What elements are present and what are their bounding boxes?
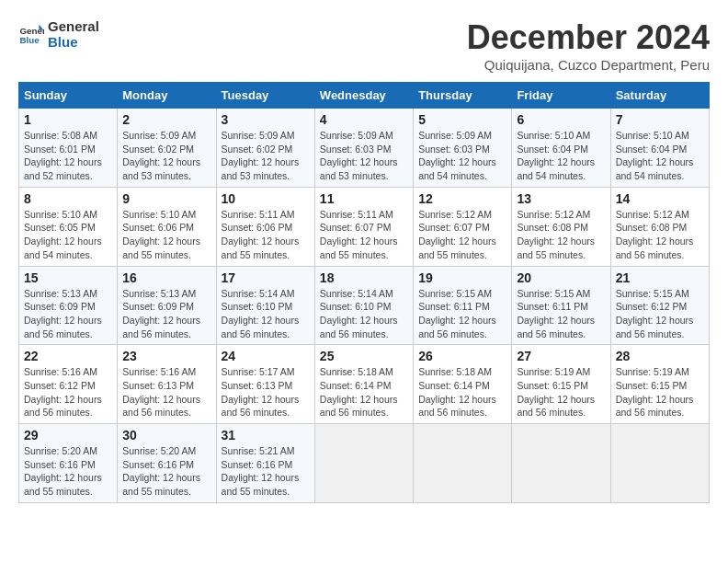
- day-info: Sunrise: 5:19 AM Sunset: 6:15 PM Dayligh…: [616, 365, 704, 419]
- day-info: Sunrise: 5:18 AM Sunset: 6:14 PM Dayligh…: [418, 365, 506, 419]
- day-number: 30: [122, 428, 210, 442]
- svg-text:Blue: Blue: [19, 35, 40, 45]
- day-number: 3: [222, 112, 310, 127]
- day-info: Sunrise: 5:10 AM Sunset: 6:06 PM Dayligh…: [122, 208, 210, 262]
- day-info: Sunrise: 5:19 AM Sunset: 6:15 PM Dayligh…: [517, 365, 605, 419]
- day-number: 9: [122, 191, 210, 206]
- calendar-week-1: 1Sunrise: 5:08 AM Sunset: 6:01 PM Daylig…: [19, 109, 710, 188]
- calendar-cell: 5Sunrise: 5:09 AM Sunset: 6:03 PM Daylig…: [414, 109, 512, 188]
- day-number: 17: [222, 270, 310, 285]
- calendar-cell: 11Sunrise: 5:11 AM Sunset: 6:07 PM Dayli…: [314, 187, 413, 266]
- day-info: Sunrise: 5:21 AM Sunset: 6:16 PM Dayligh…: [222, 444, 310, 499]
- calendar-cell: 21Sunrise: 5:15 AM Sunset: 6:12 PM Dayli…: [610, 266, 709, 345]
- day-number: 4: [320, 112, 408, 127]
- day-info: Sunrise: 5:14 AM Sunset: 6:10 PM Dayligh…: [320, 287, 408, 341]
- day-info: Sunrise: 5:15 AM Sunset: 6:12 PM Dayligh…: [616, 287, 704, 341]
- calendar-cell: 6Sunrise: 5:10 AM Sunset: 6:04 PM Daylig…: [512, 109, 610, 188]
- day-number: 10: [222, 191, 310, 206]
- day-number: 31: [222, 428, 310, 442]
- col-thursday: Thursday: [414, 83, 512, 109]
- calendar-cell: 15Sunrise: 5:13 AM Sunset: 6:09 PM Dayli…: [19, 266, 118, 345]
- calendar-week-3: 15Sunrise: 5:13 AM Sunset: 6:09 PM Dayli…: [19, 266, 710, 345]
- calendar-cell: 25Sunrise: 5:18 AM Sunset: 6:14 PM Dayli…: [314, 345, 413, 424]
- calendar-cell: 14Sunrise: 5:12 AM Sunset: 6:08 PM Dayli…: [610, 187, 709, 266]
- day-number: 19: [418, 270, 506, 285]
- calendar-cell: 26Sunrise: 5:18 AM Sunset: 6:14 PM Dayli…: [414, 345, 512, 424]
- day-info: Sunrise: 5:09 AM Sunset: 6:02 PM Dayligh…: [222, 129, 310, 183]
- day-info: Sunrise: 5:18 AM Sunset: 6:14 PM Dayligh…: [320, 365, 408, 419]
- col-saturday: Saturday: [610, 83, 709, 109]
- calendar-cell: [610, 424, 709, 503]
- calendar-cell: 30Sunrise: 5:20 AM Sunset: 6:16 PM Dayli…: [118, 424, 216, 503]
- col-tuesday: Tuesday: [216, 83, 314, 109]
- calendar-cell: [414, 424, 512, 503]
- day-number: 26: [418, 349, 506, 363]
- calendar-cell: 7Sunrise: 5:10 AM Sunset: 6:04 PM Daylig…: [610, 109, 709, 188]
- day-number: 25: [320, 349, 408, 363]
- calendar-cell: 4Sunrise: 5:09 AM Sunset: 6:03 PM Daylig…: [314, 109, 413, 188]
- day-info: Sunrise: 5:16 AM Sunset: 6:13 PM Dayligh…: [122, 365, 210, 419]
- calendar-title: December 2024: [467, 18, 710, 57]
- day-info: Sunrise: 5:13 AM Sunset: 6:09 PM Dayligh…: [122, 287, 210, 341]
- day-info: Sunrise: 5:09 AM Sunset: 6:03 PM Dayligh…: [320, 129, 408, 183]
- calendar-cell: 24Sunrise: 5:17 AM Sunset: 6:13 PM Dayli…: [216, 345, 314, 424]
- day-info: Sunrise: 5:12 AM Sunset: 6:08 PM Dayligh…: [616, 208, 704, 262]
- day-info: Sunrise: 5:15 AM Sunset: 6:11 PM Dayligh…: [418, 287, 506, 341]
- calendar-cell: 13Sunrise: 5:12 AM Sunset: 6:08 PM Dayli…: [512, 187, 610, 266]
- calendar-cell: 31Sunrise: 5:21 AM Sunset: 6:16 PM Dayli…: [216, 424, 314, 503]
- day-number: 28: [616, 349, 704, 363]
- day-info: Sunrise: 5:09 AM Sunset: 6:02 PM Dayligh…: [122, 129, 210, 183]
- day-number: 24: [222, 349, 310, 363]
- day-info: Sunrise: 5:16 AM Sunset: 6:12 PM Dayligh…: [24, 365, 112, 419]
- day-number: 13: [517, 191, 605, 206]
- logo-blue: Blue: [48, 34, 99, 50]
- day-info: Sunrise: 5:13 AM Sunset: 6:09 PM Dayligh…: [24, 287, 112, 341]
- day-number: 11: [320, 191, 408, 206]
- day-number: 7: [616, 112, 704, 127]
- col-wednesday: Wednesday: [314, 83, 413, 109]
- calendar-week-4: 22Sunrise: 5:16 AM Sunset: 6:12 PM Dayli…: [19, 345, 710, 424]
- calendar-cell: 17Sunrise: 5:14 AM Sunset: 6:10 PM Dayli…: [216, 266, 314, 345]
- day-number: 23: [122, 349, 210, 363]
- page-header: General Blue General Blue December 2024 …: [18, 18, 710, 73]
- calendar-cell: 22Sunrise: 5:16 AM Sunset: 6:12 PM Dayli…: [19, 345, 118, 424]
- calendar-cell: 29Sunrise: 5:20 AM Sunset: 6:16 PM Dayli…: [19, 424, 118, 503]
- calendar-cell: 3Sunrise: 5:09 AM Sunset: 6:02 PM Daylig…: [216, 109, 314, 188]
- day-info: Sunrise: 5:15 AM Sunset: 6:11 PM Dayligh…: [517, 287, 605, 341]
- calendar-cell: 18Sunrise: 5:14 AM Sunset: 6:10 PM Dayli…: [314, 266, 413, 345]
- day-info: Sunrise: 5:10 AM Sunset: 6:04 PM Dayligh…: [517, 129, 605, 183]
- day-number: 18: [320, 270, 408, 285]
- calendar-cell: 10Sunrise: 5:11 AM Sunset: 6:06 PM Dayli…: [216, 187, 314, 266]
- day-info: Sunrise: 5:20 AM Sunset: 6:16 PM Dayligh…: [24, 444, 112, 499]
- calendar-cell: 28Sunrise: 5:19 AM Sunset: 6:15 PM Dayli…: [610, 345, 709, 424]
- calendar-cell: 8Sunrise: 5:10 AM Sunset: 6:05 PM Daylig…: [19, 187, 118, 266]
- calendar-week-5: 29Sunrise: 5:20 AM Sunset: 6:16 PM Dayli…: [19, 424, 710, 503]
- day-info: Sunrise: 5:12 AM Sunset: 6:07 PM Dayligh…: [418, 208, 506, 262]
- calendar-cell: 19Sunrise: 5:15 AM Sunset: 6:11 PM Dayli…: [414, 266, 512, 345]
- logo-icon: General Blue: [18, 21, 44, 47]
- col-friday: Friday: [512, 83, 610, 109]
- calendar-table: Sunday Monday Tuesday Wednesday Thursday…: [18, 82, 710, 503]
- calendar-cell: 27Sunrise: 5:19 AM Sunset: 6:15 PM Dayli…: [512, 345, 610, 424]
- day-info: Sunrise: 5:08 AM Sunset: 6:01 PM Dayligh…: [24, 129, 112, 183]
- day-number: 6: [517, 112, 605, 127]
- day-info: Sunrise: 5:17 AM Sunset: 6:13 PM Dayligh…: [222, 365, 310, 419]
- calendar-cell: 9Sunrise: 5:10 AM Sunset: 6:06 PM Daylig…: [118, 187, 216, 266]
- calendar-subtitle: Quiquijana, Cuzco Department, Peru: [467, 57, 710, 73]
- day-number: 15: [24, 270, 112, 285]
- title-area: December 2024 Quiquijana, Cuzco Departme…: [467, 18, 710, 73]
- calendar-cell: [512, 424, 610, 503]
- calendar-cell: 1Sunrise: 5:08 AM Sunset: 6:01 PM Daylig…: [19, 109, 118, 188]
- day-info: Sunrise: 5:12 AM Sunset: 6:08 PM Dayligh…: [517, 208, 605, 262]
- logo: General Blue General Blue: [18, 18, 99, 50]
- day-number: 1: [24, 112, 112, 127]
- day-info: Sunrise: 5:09 AM Sunset: 6:03 PM Dayligh…: [418, 129, 506, 183]
- calendar-week-2: 8Sunrise: 5:10 AM Sunset: 6:05 PM Daylig…: [19, 187, 710, 266]
- day-info: Sunrise: 5:11 AM Sunset: 6:06 PM Dayligh…: [222, 208, 310, 262]
- day-number: 21: [616, 270, 704, 285]
- logo-general: General: [48, 18, 99, 34]
- calendar-cell: 12Sunrise: 5:12 AM Sunset: 6:07 PM Dayli…: [414, 187, 512, 266]
- day-number: 27: [517, 349, 605, 363]
- calendar-cell: 16Sunrise: 5:13 AM Sunset: 6:09 PM Dayli…: [118, 266, 216, 345]
- day-number: 14: [616, 191, 704, 206]
